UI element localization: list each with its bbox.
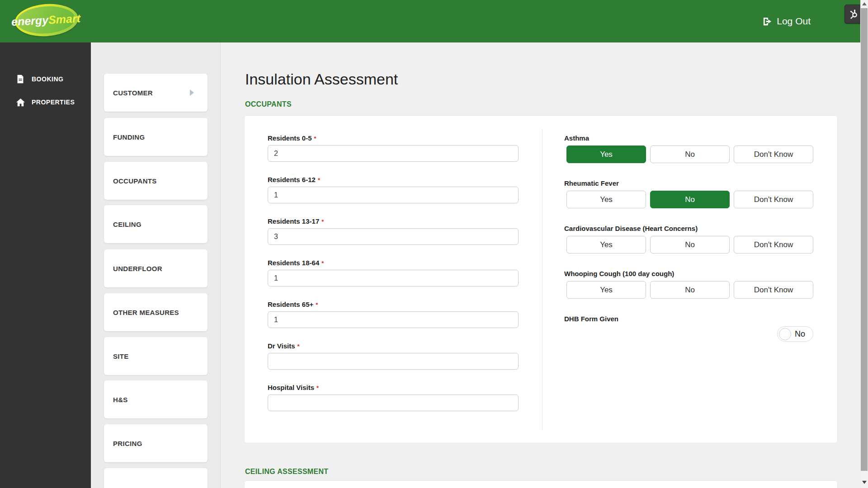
- ceiling-section-heading: CEILING ASSESSMENT: [245, 468, 328, 476]
- home-icon: [15, 97, 25, 107]
- choice-label: Asthma: [564, 134, 813, 142]
- section-card-ceiling-label: CEILING: [113, 221, 142, 228]
- cardiovascular-no-button[interactable]: No: [650, 236, 730, 253]
- main-content: Insulation Assessment OCCUPANTS Resident…: [221, 42, 860, 488]
- section-card-customer-label: CUSTOMER: [113, 89, 153, 97]
- field-residents-6-12: Residents 6-12*: [268, 176, 519, 203]
- logo-energy-text: energy: [11, 13, 48, 28]
- energysmart-logo: energySmart: [14, 2, 80, 38]
- residents-18-64-input[interactable]: [268, 270, 519, 286]
- section-card-pricing-label: PRICING: [113, 440, 142, 447]
- section-card-hs-label: H&S: [113, 396, 128, 404]
- required-asterisk: *: [321, 218, 324, 225]
- energysmart-logo-inner: energySmart: [16, 5, 76, 36]
- hospital-visits-input[interactable]: [268, 394, 519, 411]
- section-card-underfloor[interactable]: UNDERFLOOR: [104, 249, 208, 287]
- section-card-other-measures-label: OTHER MEASURES: [113, 309, 179, 316]
- required-asterisk: *: [316, 301, 318, 308]
- scroll-down-arrow-icon[interactable]: [862, 481, 867, 484]
- choice-label: Cardiovascular Disease (Heart Concerns): [564, 225, 813, 232]
- required-asterisk: *: [316, 385, 319, 391]
- column-divider: [542, 129, 542, 430]
- section-sidebar: CUSTOMER FUNDING OCCUPANTS CEILING UNDER…: [91, 42, 221, 488]
- choice-label: Whooping Cough (100 day cough): [564, 270, 813, 277]
- whooping-cough-dont-know-button[interactable]: Don't Know: [734, 281, 813, 299]
- field-residents-0-5: Residents 0-5*: [268, 134, 519, 162]
- section-card-occupants[interactable]: OCCUPANTS: [104, 162, 208, 200]
- section-card-occupants-label: OCCUPANTS: [113, 177, 157, 185]
- rheumatic-fever-yes-button[interactable]: Yes: [566, 191, 646, 208]
- scrollbar-thumb[interactable]: [861, 8, 868, 471]
- logout-button[interactable]: Log Out: [762, 0, 811, 42]
- dhb-form-given-value: No: [795, 329, 805, 339]
- dr-visits-input[interactable]: [268, 353, 519, 370]
- field-label: Residents 65+: [268, 300, 313, 308]
- whooping-cough-yes-button[interactable]: Yes: [566, 281, 646, 299]
- logout-icon: [762, 16, 773, 27]
- sprocket-icon: [848, 9, 859, 19]
- section-card-hs[interactable]: H&S: [104, 380, 208, 418]
- asthma-yes-button[interactable]: Yes: [566, 145, 646, 163]
- field-label: Residents 0-5: [268, 134, 312, 142]
- section-card-pricing[interactable]: PRICING: [104, 424, 208, 462]
- sidebar-item-booking-label: BOOKING: [32, 75, 63, 83]
- scroll-up-arrow-icon[interactable]: [862, 2, 867, 5]
- field-residents-18-64: Residents 18-64*: [268, 259, 519, 286]
- dhb-form-given-label: DHB Form Given: [564, 315, 813, 323]
- toggle-knob: [779, 328, 791, 340]
- section-card-underfloor-label: UNDERFLOOR: [113, 265, 162, 272]
- section-card-site[interactable]: SITE: [104, 337, 208, 375]
- required-asterisk: *: [314, 135, 316, 142]
- field-label: Hospital Visits: [268, 384, 314, 391]
- section-card-partial[interactable]: [104, 468, 208, 488]
- choice-asthma: Asthma Yes No Don't Know: [564, 134, 813, 163]
- choice-whooping-cough: Whooping Cough (100 day cough) Yes No Do…: [564, 270, 813, 299]
- app-header: energySmart Log Out: [0, 0, 860, 42]
- energysmart-logo-text: energySmart: [11, 12, 80, 28]
- whooping-cough-no-button[interactable]: No: [650, 281, 730, 299]
- sprocket-extension-button[interactable]: [844, 5, 863, 23]
- required-asterisk: *: [321, 260, 324, 267]
- dhb-form-given-toggle[interactable]: No: [777, 326, 813, 342]
- chevron-right-icon: [190, 89, 194, 96]
- cardiovascular-dont-know-button[interactable]: Don't Know: [734, 236, 813, 253]
- choice-cardiovascular-disease: Cardiovascular Disease (Heart Concerns) …: [564, 225, 813, 253]
- choice-rheumatic-fever: Rheumatic Fever Yes No Don't Know: [564, 179, 813, 208]
- rheumatic-fever-no-button[interactable]: No: [650, 191, 730, 208]
- field-label: Residents 6-12: [268, 176, 316, 183]
- required-asterisk: *: [297, 343, 300, 350]
- rheumatic-fever-dont-know-button[interactable]: Don't Know: [734, 191, 813, 208]
- section-card-site-label: SITE: [113, 352, 129, 360]
- field-residents-13-17: Residents 13-17*: [268, 217, 519, 245]
- logout-label: Log Out: [777, 16, 811, 27]
- sidebar-item-booking[interactable]: BOOKING: [0, 69, 91, 89]
- residents-6-12-input[interactable]: [268, 187, 519, 203]
- field-dhb-form-given: DHB Form Given No: [564, 315, 813, 342]
- occupants-section-heading: OCCUPANTS: [245, 100, 292, 108]
- section-card-funding[interactable]: FUNDING: [104, 118, 208, 156]
- choice-label: Rheumatic Fever: [564, 179, 813, 187]
- ceiling-panel: [244, 480, 838, 488]
- cardiovascular-yes-button[interactable]: Yes: [566, 236, 646, 253]
- field-label: Residents 18-64: [268, 259, 319, 267]
- section-card-other-measures[interactable]: OTHER MEASURES: [104, 293, 208, 331]
- field-label: Residents 13-17: [268, 217, 319, 225]
- section-card-customer[interactable]: CUSTOMER: [104, 74, 208, 112]
- field-hospital-visits: Hospital Visits*: [268, 384, 519, 411]
- document-icon: [15, 74, 25, 84]
- asthma-no-button[interactable]: No: [650, 145, 730, 163]
- primary-sidebar: BOOKING PROPERTIES: [0, 42, 91, 488]
- residents-65-plus-input[interactable]: [268, 311, 519, 328]
- field-label: Dr Visits: [268, 342, 295, 350]
- sidebar-item-properties-label: PROPERTIES: [32, 99, 75, 106]
- residents-0-5-input[interactable]: [268, 145, 519, 162]
- occupants-panel: Residents 0-5* Residents 6-12* Residents…: [244, 115, 838, 443]
- page-scrollbar[interactable]: [860, 0, 868, 488]
- sidebar-item-properties[interactable]: PROPERTIES: [0, 92, 91, 112]
- occupants-right-column: Asthma Yes No Don't Know Rheumatic Fever…: [564, 134, 813, 342]
- section-card-ceiling[interactable]: CEILING: [104, 205, 208, 243]
- logo-smart-text: Smart: [48, 12, 80, 26]
- asthma-dont-know-button[interactable]: Don't Know: [734, 145, 813, 163]
- page-title: Insulation Assessment: [245, 70, 398, 88]
- residents-13-17-input[interactable]: [268, 228, 519, 245]
